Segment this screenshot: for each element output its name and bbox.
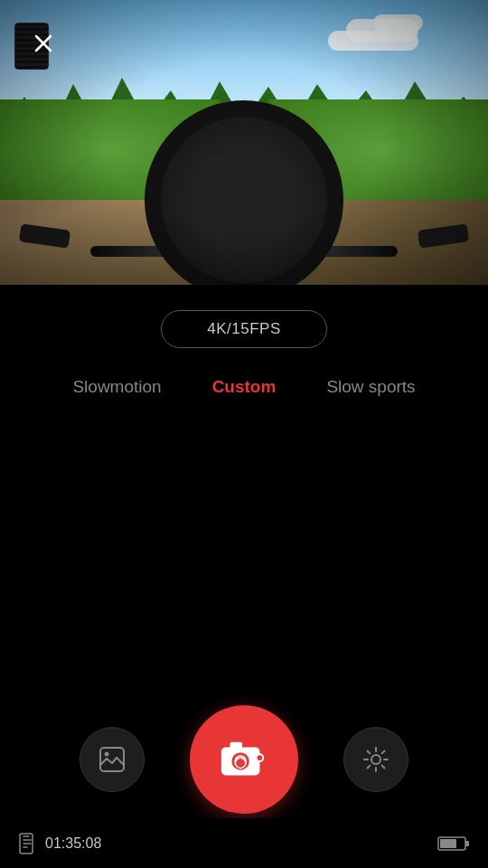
svg-rect-16 (440, 839, 456, 848)
close-button[interactable] (27, 27, 60, 60)
gallery-icon (98, 745, 127, 774)
svg-point-11 (258, 755, 263, 760)
svg-point-12 (371, 755, 380, 764)
fps-badge[interactable]: 4K/15FPS (161, 310, 327, 348)
controls-area (0, 705, 488, 814)
status-left: 01:35:08 (18, 833, 101, 854)
record-icon (216, 731, 272, 788)
mode-selector: Slowmotion Custom Slow sports (0, 373, 488, 401)
file-icon (18, 833, 38, 854)
gallery-button[interactable] (80, 727, 145, 792)
status-right (437, 835, 470, 853)
status-bar: 01:35:08 (0, 818, 488, 868)
settings-icon (361, 745, 390, 774)
svg-rect-15 (465, 841, 469, 846)
video-preview (0, 0, 488, 285)
settings-button[interactable] (343, 727, 408, 792)
record-button[interactable] (190, 705, 298, 814)
timestamp: 01:35:08 (45, 835, 101, 852)
mode-slowmotion[interactable]: Slowmotion (65, 373, 168, 401)
svg-rect-8 (230, 742, 243, 750)
mid-section: 4K/15FPS Slowmotion Custom Slow sports (0, 285, 488, 425)
svg-point-9 (250, 748, 256, 753)
svg-point-3 (105, 752, 109, 757)
svg-rect-2 (100, 748, 124, 771)
battery-icon (437, 835, 470, 853)
mode-slow-sports[interactable]: Slow sports (319, 373, 422, 401)
mode-custom[interactable]: Custom (205, 373, 284, 401)
